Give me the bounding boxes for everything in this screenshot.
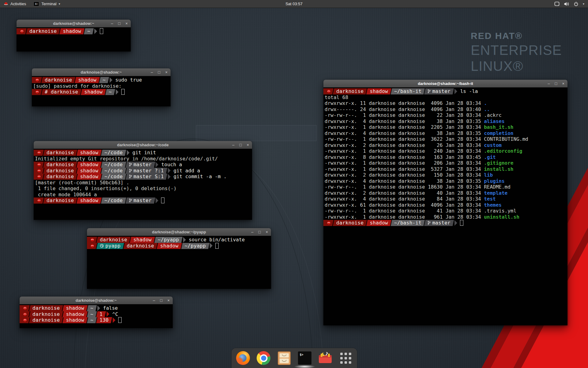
terminal-line: darknoiseshadow~ false <box>21 305 172 311</box>
prompt-segment-host: shadow <box>63 311 87 317</box>
window-titlebar[interactable]: darknoise@shadow:~/bash-it –□× <box>323 80 567 88</box>
terminal-line: -rwxrwxr-x. 1 darknoise darknoise 2205 J… <box>325 124 566 130</box>
clock[interactable]: Sat 03:57 <box>285 2 303 6</box>
prompt-segment-host: shadow <box>63 317 87 323</box>
command-text: false <box>100 305 118 311</box>
close-button[interactable]: × <box>266 228 268 236</box>
window-title: darknoise@shadow:~/bash-it <box>418 81 473 86</box>
terminal-content[interactable]: darknoiseshadow~/code git initInitialize… <box>34 149 252 220</box>
chevron-down-icon[interactable]: ▾ <box>583 2 584 6</box>
prompt-segment-host: shadow <box>63 305 87 311</box>
terminal-content[interactable]: darknoiseshadow~/pyapp source bin/activa… <box>87 236 271 289</box>
terminal-window-code[interactable]: darknoise@shadow:~/code –□× darknoisesha… <box>34 141 252 220</box>
window-titlebar[interactable]: darknoise@shadow:~ –□× <box>32 68 171 76</box>
prompt-segment-path: ~/code <box>102 162 126 168</box>
close-button[interactable]: × <box>247 141 249 149</box>
prompt-endcap <box>107 311 109 317</box>
terminal-line: darknoiseshadow~/bash-itmaster ls -la <box>325 88 566 94</box>
terminal-line: [sudo] password for darknoise: <box>33 83 169 89</box>
redhat-logo-icon <box>4 2 8 6</box>
volume-icon[interactable] <box>564 2 569 6</box>
redhat-prompt-icon <box>18 28 26 34</box>
terminal-content[interactable]: darknoiseshadow~ <box>17 27 131 52</box>
maximize-button[interactable]: □ <box>158 68 160 76</box>
running-app-glow <box>294 365 315 368</box>
terminal-window-home-1[interactable]: darknoise@shadow:~ –□× darknoiseshadow~ <box>17 20 131 52</box>
minimize-button[interactable]: – <box>153 297 155 304</box>
terminal-line: total 68 <box>325 94 566 101</box>
redhat-prompt-icon <box>21 317 29 323</box>
app-menu[interactable]: $> Terminal ▾ <box>30 0 64 8</box>
close-button[interactable]: × <box>167 297 170 304</box>
power-icon[interactable] <box>574 2 579 6</box>
output-text: drwxrwxr-x. 2 darknoise darknoise 150 Ja… <box>325 172 484 178</box>
window-titlebar[interactable]: darknoise@shadow:~ –□× <box>17 20 131 28</box>
prompt-segment-path: ~ <box>100 77 108 83</box>
terminal-line: 1 file changed, 0 insertions(+), 0 delet… <box>35 186 251 192</box>
terminal-line: -rw-rw-r--. 1 darknoise darknoise 22 Jan… <box>325 112 566 118</box>
output-text: [sudo] password for darknoise: <box>33 83 122 89</box>
window-titlebar[interactable]: darknoise@shadow:~/pyapp –□× <box>87 228 271 236</box>
dock-item-files[interactable] <box>277 351 291 365</box>
command-text: ls -la <box>457 88 478 94</box>
output-text: create mode 100644 a <box>35 192 97 197</box>
minimize-button[interactable]: – <box>151 68 153 76</box>
terminal-window-home-2[interactable]: darknoise@shadow:~ –□× darknoiseshadow~ … <box>20 297 173 328</box>
terminal-content[interactable]: darknoiseshadow~ sudo true[sudo] passwor… <box>32 76 171 106</box>
terminal-line: -rw-rw-r--. 1 darknoise darknoise 18630 … <box>325 184 566 190</box>
prompt-segment-user: darknoise <box>44 162 77 168</box>
window-titlebar[interactable]: darknoise@shadow:~ –□× <box>20 297 173 305</box>
minimize-button[interactable]: – <box>232 141 234 149</box>
terminal-content[interactable]: darknoiseshadow~/bash-itmaster ls -latot… <box>323 87 567 325</box>
maximize-button[interactable]: □ <box>118 20 121 27</box>
terminal-content[interactable]: darknoiseshadow~ falsedarknoiseshadow~1 … <box>20 304 173 328</box>
close-button[interactable]: × <box>562 80 564 87</box>
output-text: drwx------. 24 darknoise darknoise 4096 … <box>325 106 484 112</box>
terminal-window-bash-it[interactable]: darknoise@shadow:~/bash-it –□× darknoise… <box>323 80 567 325</box>
window-title: darknoise@shadow:~ <box>76 298 117 303</box>
dock-item-toolbox[interactable] <box>318 351 332 365</box>
terminal-window-pyapp[interactable]: darknoise@shadow:~/pyapp –□× darknoisesh… <box>87 228 271 289</box>
prompt-segment-user: darknoise <box>97 237 130 243</box>
display-icon[interactable] <box>554 2 560 6</box>
redhat-prompt-icon <box>21 305 29 311</box>
prompt-endcap <box>156 162 158 167</box>
prompt-segment-path: ~/pyapp <box>182 243 209 249</box>
redhat-prompt-icon <box>325 220 333 226</box>
dock-item-chrome[interactable] <box>257 351 271 365</box>
dock-item-app-grid[interactable] <box>339 351 353 365</box>
minimize-button[interactable]: – <box>251 228 253 236</box>
file-name: bash_it.sh <box>484 124 513 130</box>
close-button[interactable]: × <box>125 20 128 27</box>
window-title: darknoise@shadow:~/code <box>117 143 168 147</box>
command-text: sudo true <box>112 77 142 83</box>
redhat-prompt-icon <box>88 237 96 243</box>
file-name: test <box>484 196 496 202</box>
maximize-button[interactable]: □ <box>258 228 261 236</box>
minimize-button[interactable]: – <box>548 80 550 87</box>
close-button[interactable]: × <box>165 68 168 76</box>
terminal-app-icon: $> <box>33 2 39 6</box>
output-text: -rwxrwxr-x. 1 darknoise darknoise 240 Ja… <box>325 148 484 154</box>
maximize-button[interactable]: □ <box>239 141 242 149</box>
activities-button[interactable]: Activities <box>0 0 30 8</box>
output-text: drwxrwxr-x. 11 darknoise darknoise 4096 … <box>325 100 484 106</box>
redhat-prompt-icon <box>33 89 41 95</box>
prompt-segment-path: ~ <box>85 28 93 34</box>
window-titlebar[interactable]: darknoise@shadow:~/code –□× <box>34 141 252 149</box>
terminal-window-sudo[interactable]: darknoise@shadow:~ –□× darknoiseshadow~ … <box>32 68 171 106</box>
minimize-button[interactable]: – <box>111 20 113 27</box>
wallpaper-band-decoration <box>196 125 317 141</box>
maximize-button[interactable]: □ <box>555 80 557 87</box>
output-text: 1 file changed, 0 insertions(+), 0 delet… <box>35 186 176 191</box>
dock-item-terminal[interactable]: $> <box>298 351 312 365</box>
prompt-segment-git: master <box>425 220 453 226</box>
redhat-prompt-icon <box>33 77 41 83</box>
output-text: -rw-rw-r--. 1 darknoise darknoise 41 Jan… <box>325 208 516 214</box>
dock-item-firefox[interactable] <box>236 351 250 365</box>
terminal-line: darknoiseshadow~/codemaster S:1 git comm… <box>35 174 251 180</box>
prompt-segment-host: shadow <box>81 89 105 95</box>
terminal-cursor <box>460 220 463 226</box>
window-title: darknoise@shadow:~/pyapp <box>152 230 206 234</box>
maximize-button[interactable]: □ <box>160 297 163 304</box>
